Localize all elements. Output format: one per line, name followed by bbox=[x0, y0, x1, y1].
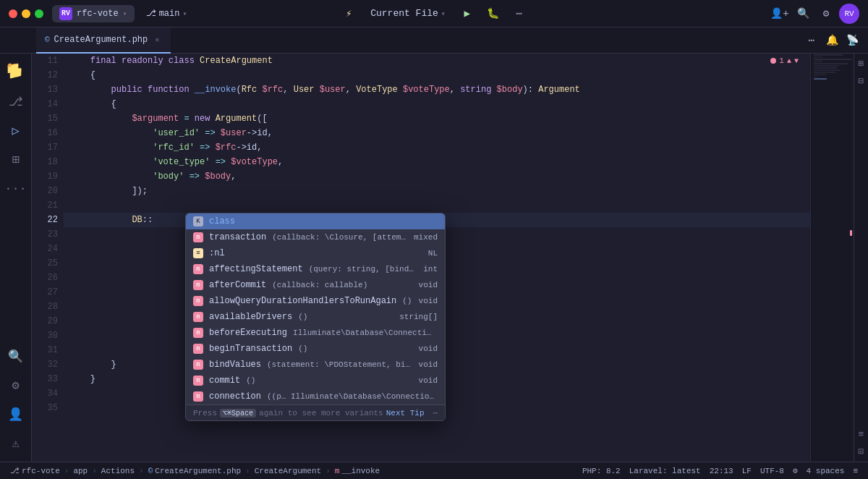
broadcast-icon[interactable]: 📡 bbox=[842, 30, 862, 51]
ac-item-bind-values[interactable]: m bindValues (statement: \PDOStatement, … bbox=[186, 357, 445, 373]
ac-name-before-exec: beforeExecuting bbox=[209, 328, 287, 338]
project-name: rfc-vote bbox=[77, 9, 119, 19]
activity-extensions-icon[interactable]: ⊞ bbox=[3, 146, 29, 172]
activity-more-icon[interactable]: ··· bbox=[3, 175, 29, 201]
activity-git-icon[interactable]: ⎇ bbox=[3, 88, 29, 114]
minimap-cursor bbox=[850, 230, 852, 236]
statusbar-method-path[interactable]: m __invoke bbox=[331, 462, 384, 480]
add-user-icon[interactable]: 👤+ bbox=[770, 4, 790, 24]
statusbar-app-path[interactable]: app bbox=[69, 462, 92, 480]
autocomplete-footer: Press ⌥⌘Space again to see more variants… bbox=[186, 404, 445, 420]
tab-more-icon[interactable]: ⋯ bbox=[801, 30, 822, 51]
minimize-button[interactable] bbox=[22, 9, 30, 18]
ac-icon-method-after-commit: m bbox=[193, 280, 203, 290]
editor-area: 11 12 13 14 15 16 17 18 19 20 21 22 23 2… bbox=[32, 54, 868, 462]
activity-run-icon[interactable]: ▷ bbox=[3, 117, 29, 143]
statusbar-actions-path[interactable]: Actions bbox=[97, 462, 139, 480]
git-branch-name: rfc-vote bbox=[22, 467, 60, 475]
ac-item-allow-query[interactable]: m allowQueryDurationHandlersToRunAgain (… bbox=[186, 293, 445, 309]
ac-item-affecting-statement[interactable]: m affectingStatement (query: string, [bi… bbox=[186, 261, 445, 277]
ac-item-begin-transaction[interactable]: m beginTransaction () void bbox=[186, 341, 445, 357]
error-chevron-up[interactable]: ▲ bbox=[787, 57, 791, 65]
more-actions-button[interactable]: ⋯ bbox=[509, 4, 529, 24]
statusbar-sep-2: › bbox=[92, 467, 97, 475]
ac-item-nl[interactable]: ≡ :nl NL bbox=[186, 245, 445, 261]
statusbar-actions: Actions bbox=[101, 467, 135, 475]
ac-item-class[interactable]: K class bbox=[186, 213, 445, 229]
tabbar: 📁 © CreateArgument.php ✕ ⋯ 🔔 📡 bbox=[0, 27, 868, 54]
code-line-17: 'rfc_id' => $rfc->id, bbox=[64, 140, 810, 155]
ac-icon-keyword: K bbox=[193, 216, 203, 226]
project-dropdown-icon: ▾ bbox=[123, 9, 127, 18]
activity-debug-icon[interactable]: 🔍 bbox=[3, 343, 29, 369]
ac-icon-method-begin-tx: m bbox=[193, 344, 203, 354]
statusbar-git-branch[interactable]: ⎇ rfc-vote bbox=[6, 462, 64, 480]
statusbar-class-path[interactable]: CreateArgument bbox=[250, 462, 326, 480]
right-panel-icon-4[interactable]: ⊡ bbox=[854, 444, 869, 459]
ac-icon-method-drivers: m bbox=[193, 312, 203, 322]
statusbar-indent[interactable]: 4 spaces bbox=[802, 462, 849, 480]
code-line-19: 'body' => $body, bbox=[64, 169, 810, 184]
ac-item-commit[interactable]: m commit () void bbox=[186, 373, 445, 389]
ac-type-begin-tx: void bbox=[419, 344, 438, 353]
statusbar-settings-icon[interactable]: ⚙ bbox=[788, 462, 802, 480]
ac-item-before-executing[interactable]: m beforeExecuting Illuminate\Database\Co… bbox=[186, 325, 445, 341]
statusbar-encoding[interactable]: UTF-8 bbox=[756, 462, 788, 480]
autocomplete-dropdown[interactable]: K class m transaction (callback: \Closur… bbox=[185, 213, 446, 421]
debug-button[interactable]: 🐛 bbox=[483, 4, 503, 24]
settings-cog-icon: ⚙ bbox=[793, 466, 798, 475]
close-button[interactable] bbox=[9, 9, 17, 18]
branch-selector[interactable]: ⎇ main ▾ bbox=[140, 6, 193, 21]
error-chevron-down[interactable]: ▼ bbox=[794, 57, 799, 65]
ac-params-connection: ((p… Illuminate\Database\Connectio… bbox=[267, 392, 438, 401]
code-line-11: final readonly class CreateArgument bbox=[64, 54, 810, 68]
ac-item-connection[interactable]: m connection ((p… Illuminate\Database\Co… bbox=[186, 389, 445, 404]
ac-item-transaction[interactable]: m transaction (callback: \Closure, [atte… bbox=[186, 229, 445, 245]
ac-params-allow-query: () bbox=[402, 297, 412, 305]
tabbar-end: ⋯ 🔔 📡 bbox=[801, 30, 868, 51]
run-button[interactable]: ▶ bbox=[457, 4, 477, 24]
notification-icon[interactable]: 🔔 bbox=[822, 30, 842, 51]
sidebar-toggle-icon[interactable]: 📁 bbox=[0, 55, 26, 81]
error-dot bbox=[770, 58, 776, 64]
code-editor[interactable]: 11 12 13 14 15 16 17 18 19 20 21 22 23 2… bbox=[32, 54, 868, 462]
profile-avatar[interactable]: RV bbox=[839, 4, 859, 24]
project-avatar: RV bbox=[59, 7, 72, 20]
titlebar-actions: 👤+ 🔍 ⚙ RV bbox=[770, 4, 859, 24]
statusbar-line-ending[interactable]: LF bbox=[738, 462, 756, 480]
right-panel-icon-3[interactable]: ≡ bbox=[854, 427, 869, 441]
activity-warning-icon[interactable]: ⚠ bbox=[3, 430, 29, 456]
statusbar-file-path[interactable]: © CreateArgument.php bbox=[144, 462, 245, 480]
maximize-button[interactable] bbox=[35, 9, 43, 18]
tab-close-button[interactable]: ✕ bbox=[152, 35, 162, 45]
right-sidebar: ⊞ ⊟ ≡ ⊡ bbox=[854, 54, 868, 462]
ac-item-after-commit[interactable]: m afterCommit (callback: callable) void bbox=[186, 277, 445, 293]
right-panel-icon-1[interactable]: ⊞ bbox=[854, 56, 869, 71]
activity-person-icon[interactable]: 👤 bbox=[3, 401, 29, 427]
debug-config-icon[interactable]: ⚡ bbox=[339, 4, 359, 24]
tab-label: CreateArgument.php bbox=[54, 35, 148, 45]
ac-name-after-commit: afterCommit bbox=[209, 280, 266, 290]
current-file-button[interactable]: Current File ▾ bbox=[365, 6, 451, 21]
ac-item-available-drivers[interactable]: m availableDrivers () string[] bbox=[186, 309, 445, 325]
ac-name-transaction: transaction bbox=[209, 232, 266, 242]
right-panel-icon-2[interactable]: ⊟ bbox=[854, 74, 869, 88]
branch-dropdown-icon: ▾ bbox=[182, 9, 187, 18]
activity-settings-cog[interactable]: ⚙ bbox=[3, 372, 29, 398]
statusbar-framework[interactable]: Laravel: latest bbox=[625, 462, 705, 480]
titlebar: RV rfc-vote ▾ ⎇ main ▾ ⚡ Current File ▾ … bbox=[0, 0, 868, 27]
ac-footer-suffix: again to see more variants bbox=[259, 409, 383, 417]
ac-footer-key: ⌥⌘Space bbox=[220, 409, 256, 417]
tab-create-argument[interactable]: © CreateArgument.php ✕ bbox=[36, 27, 171, 54]
error-count: 1 bbox=[779, 56, 784, 65]
search-icon[interactable]: 🔍 bbox=[793, 4, 813, 24]
ac-next-tip[interactable]: Next Tip bbox=[386, 409, 425, 417]
ac-icon-method-transaction: m bbox=[193, 232, 203, 242]
statusbar-spaces-icon[interactable]: ≡ bbox=[848, 462, 862, 480]
settings-icon[interactable]: ⚙ bbox=[816, 4, 836, 24]
ac-name-drivers: availableDrivers bbox=[209, 312, 292, 322]
project-selector[interactable]: RV rfc-vote ▾ bbox=[52, 5, 135, 22]
git-branch-icon: ⎇ bbox=[146, 8, 156, 19]
statusbar-php-version[interactable]: PHP: 8.2 bbox=[578, 462, 625, 480]
ac-more-options-icon[interactable]: ⋯ bbox=[433, 408, 438, 417]
